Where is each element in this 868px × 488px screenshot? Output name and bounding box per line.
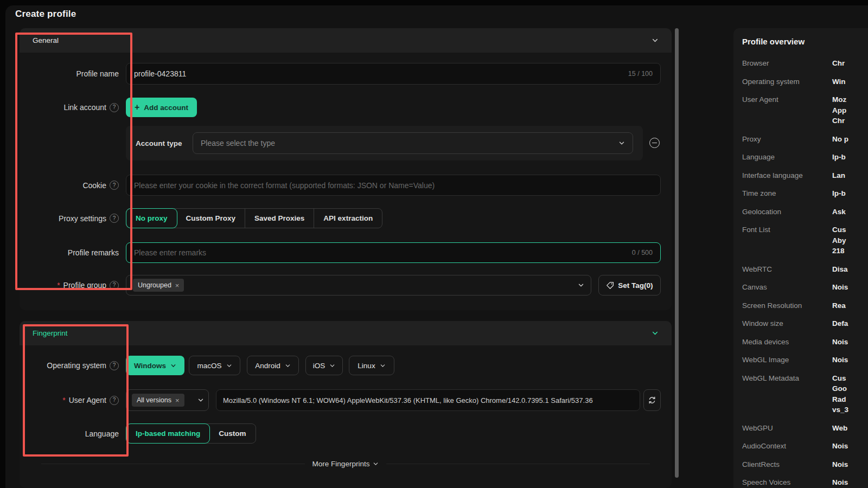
overview-row: AudioContext Nois (742, 441, 868, 452)
overview-row: Browser Chr (742, 58, 868, 69)
ua-versions-select[interactable]: All versions × (126, 389, 209, 411)
chevron-down-icon (618, 140, 625, 146)
overview-row: WebGPU Web (742, 423, 868, 434)
page-title: Create profile (15, 9, 76, 20)
link-account-label: Link account (20, 98, 119, 117)
chevron-down-icon (329, 363, 335, 369)
account-type-card: Account type Please select the type (126, 126, 643, 160)
required-asterisk: * (62, 396, 65, 404)
language-label: Language (20, 423, 119, 444)
required-asterisk: * (57, 281, 60, 290)
language-tab-custom[interactable]: Custom (209, 424, 255, 443)
ua-versions-chip[interactable]: All versions × (132, 394, 184, 407)
overview-row: User Agent Moz App Chr (742, 94, 868, 126)
fingerprint-section-header[interactable]: Fingerprint (20, 321, 672, 345)
overview-row: WebRTC Disa (742, 264, 868, 275)
overview-row: Window size Defa (742, 318, 868, 329)
remarks-counter: 0 / 500 (632, 249, 653, 256)
profile-group-label: * Profile group (20, 275, 119, 296)
profile-remarks-label: Profile remarks (20, 242, 119, 263)
account-type-placeholder: Please select the type (201, 139, 618, 147)
refresh-icon (648, 396, 656, 404)
chevron-down-icon (373, 461, 379, 467)
help-icon[interactable] (110, 396, 119, 405)
chevron-down-icon (578, 282, 584, 288)
overview-row: Interface language Lan (742, 170, 868, 181)
fingerprint-section: Fingerprint Operating system Windows mac… (20, 321, 672, 488)
remove-account-icon[interactable] (649, 138, 660, 148)
general-section-header[interactable]: General (20, 28, 672, 53)
profile-overview-title: Profile overview (742, 37, 868, 46)
plus-icon: + (135, 103, 139, 112)
user-agent-label: * User Agent (20, 389, 119, 411)
user-agent-field[interactable] (216, 389, 640, 411)
general-section-title: General (33, 36, 59, 44)
chevron-down-icon[interactable] (652, 37, 659, 44)
os-button-ios[interactable]: iOS (305, 356, 343, 375)
group-tag-chip[interactable]: Ungrouped × (133, 279, 184, 292)
cookie-input[interactable] (134, 181, 653, 190)
os-button-windows[interactable]: Windows (126, 356, 184, 375)
cookie-field[interactable] (126, 175, 661, 196)
proxy-settings-label: Proxy settings (20, 208, 119, 228)
user-agent-input[interactable] (223, 396, 633, 404)
help-icon[interactable] (110, 103, 119, 112)
chevron-down-icon[interactable] (652, 330, 659, 337)
refresh-ua-button[interactable] (643, 389, 661, 411)
os-button-macos[interactable]: macOS (189, 356, 240, 375)
language-tab-ip-based[interactable]: Ip-based matching (126, 424, 209, 443)
profile-name-counter: 15 / 100 (628, 70, 653, 78)
more-fingerprints-row: More Fingerprints (20, 452, 672, 476)
overview-row: ClientRects Nois (742, 459, 868, 470)
profile-name-field[interactable]: 15 / 100 (126, 63, 661, 85)
chevron-down-icon (380, 363, 386, 369)
chevron-down-icon (197, 397, 204, 403)
proxy-tab-no-proxy[interactable]: No proxy (126, 209, 177, 228)
language-tabs: Ip-based matching Custom (126, 423, 256, 444)
proxy-tab-api-extraction[interactable]: API extraction (314, 209, 382, 228)
proxy-tab-custom-proxy[interactable]: Custom Proxy (177, 209, 246, 228)
overview-row: WebGL Metadata Cus Goo Rad vs_3 (742, 373, 868, 415)
profile-name-label: Profile name (20, 63, 119, 85)
vertical-scrollbar[interactable] (675, 28, 679, 478)
chevron-down-icon (285, 363, 291, 369)
chevron-down-icon (170, 363, 176, 369)
close-icon[interactable]: × (175, 397, 180, 404)
overview-row: Language Ip-b (742, 152, 868, 163)
os-button-linux[interactable]: Linux (349, 356, 394, 375)
help-icon[interactable] (110, 181, 119, 190)
overview-row: Proxy No p (742, 134, 868, 145)
help-icon[interactable] (110, 214, 119, 223)
more-fingerprints-toggle[interactable]: More Fingerprints (312, 460, 379, 468)
profile-overview-panel: Profile overview Browser Chr Operating s… (733, 28, 868, 488)
help-icon[interactable] (110, 361, 119, 370)
overview-row: Geolocation Ask (742, 207, 868, 217)
overview-row: WebGL Image Nois (742, 355, 868, 365)
cookie-label: Cookie (20, 175, 119, 196)
proxy-tabs: No proxy Custom Proxy Saved Proxies API … (126, 208, 382, 228)
os-button-android[interactable]: Android (247, 356, 299, 375)
tag-icon (606, 281, 614, 290)
overview-row: Speech Voices Nois (742, 477, 868, 488)
close-icon[interactable]: × (175, 282, 180, 289)
proxy-tab-saved-proxies[interactable]: Saved Proxies (245, 209, 314, 228)
overview-row: Canvas Nois (742, 282, 868, 293)
set-tag-button[interactable]: Set Tag(0) (598, 275, 661, 296)
create-profile-screen: Create profile General Profile name 15 /… (0, 0, 868, 488)
chevron-down-icon (226, 363, 232, 369)
overview-row: Font List Cus Aby 218 (742, 224, 868, 256)
account-type-select[interactable]: Please select the type (193, 132, 633, 154)
help-icon[interactable] (110, 281, 119, 290)
account-type-label: Account type (136, 126, 182, 160)
profile-group-select[interactable]: Ungrouped × (126, 275, 591, 296)
add-account-button[interactable]: + Add account (126, 98, 197, 117)
overview-row: Operating system Win (742, 76, 868, 87)
profile-remarks-input[interactable] (134, 248, 627, 257)
overview-row: Media devices Nois (742, 337, 868, 348)
profile-name-input[interactable] (134, 69, 623, 78)
operating-system-label: Operating system (20, 356, 119, 375)
profile-remarks-field[interactable]: 0 / 500 (126, 242, 661, 263)
overview-row: Screen Resolution Rea (742, 300, 868, 311)
overview-row: Time zone Ip-b (742, 188, 868, 199)
fingerprint-section-title: Fingerprint (33, 329, 68, 337)
